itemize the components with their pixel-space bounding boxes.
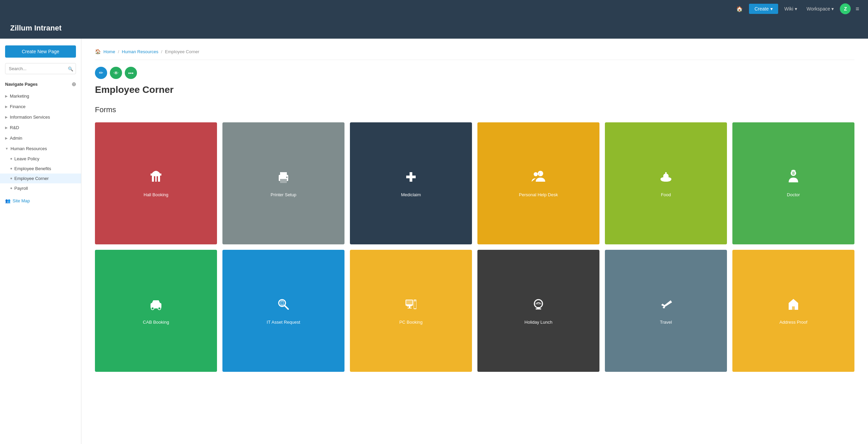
- form-card-address-proof[interactable]: Address Proof: [732, 250, 854, 372]
- search-input[interactable]: [5, 63, 76, 74]
- form-card-label: Address Proof: [780, 320, 807, 325]
- svg-rect-31: [407, 306, 412, 306]
- avatar[interactable]: Z: [840, 3, 851, 14]
- app-title: Zillum Intranet: [10, 24, 858, 33]
- workspace-arrow: ▾: [831, 6, 834, 12]
- form-card-label: PC Booking: [399, 320, 423, 325]
- sidebar-item-finance[interactable]: ▶ Finance: [0, 101, 81, 112]
- food-icon: [658, 169, 674, 188]
- personal-help-desk-icon: !: [530, 169, 547, 188]
- svg-rect-21: [155, 302, 157, 304]
- sidebar-subitem-employee-benefits[interactable]: • Employee Benefits: [0, 164, 81, 174]
- more-options-button[interactable]: •••: [125, 67, 137, 79]
- sidebar-item-admin[interactable]: ▶ Admin: [0, 133, 81, 143]
- svg-text:!: !: [539, 173, 540, 176]
- sidebar-item-label: Human Resources: [11, 146, 47, 151]
- form-card-holiday-lunch[interactable]: Holiday Lunch: [477, 250, 599, 372]
- form-card-it-asset-request[interactable]: IT Asset Request: [222, 250, 344, 372]
- sidebar-item-information-services[interactable]: ▶ Information Services: [0, 112, 81, 122]
- svg-point-8: [534, 172, 538, 176]
- breadcrumb-current: Employee Corner: [165, 49, 199, 54]
- site-map-label: Site Map: [13, 198, 30, 203]
- content-area: 🏠 Home / Human Resources / Employee Corn…: [81, 39, 868, 444]
- create-button[interactable]: Create ▾: [749, 4, 778, 14]
- svg-rect-39: [792, 306, 795, 310]
- form-card-travel[interactable]: Travel: [605, 250, 727, 372]
- printer-setup-icon: [275, 169, 292, 188]
- site-map-link[interactable]: 👥 Site Map: [0, 193, 81, 208]
- cab-booking-icon: [148, 296, 164, 316]
- page-title: Employee Corner: [95, 84, 854, 95]
- form-card-pc-booking[interactable]: PC Booking: [350, 250, 472, 372]
- home-button[interactable]: 🏠: [733, 4, 746, 14]
- form-card-label: Hall Booking: [144, 192, 169, 198]
- site-map-icon: 👥: [5, 198, 11, 203]
- app-header: Zillum Intranet: [0, 18, 868, 39]
- form-card-label: CAB Booking: [143, 320, 169, 325]
- page-actions: ✏ 👁 •••: [95, 67, 854, 79]
- edit-button[interactable]: ✏: [95, 67, 107, 79]
- svg-rect-1: [280, 172, 287, 176]
- sidebar-item-label: R&D: [10, 125, 19, 130]
- form-card-mediclaim[interactable]: Mediclaim: [350, 122, 472, 244]
- svg-rect-36: [536, 308, 541, 309]
- form-card-label: Printer Setup: [271, 192, 296, 198]
- sidebar-subitem-employee-corner[interactable]: • Employee Corner: [0, 174, 81, 183]
- form-card-cab-booking[interactable]: CAB Booking: [95, 250, 217, 372]
- workspace-button[interactable]: Workspace ▾: [803, 4, 837, 14]
- expand-arrow: ▶: [5, 136, 8, 140]
- sidebar-item-marketing[interactable]: ▶ Marketing: [0, 91, 81, 101]
- mediclaim-icon: [403, 169, 419, 188]
- form-card-printer-setup[interactable]: Printer Setup: [222, 122, 344, 244]
- it-asset-request-icon: [275, 296, 292, 316]
- sidebar-subitem-leave-policy[interactable]: • Leave Policy: [0, 154, 81, 164]
- search-icon: 🔍: [68, 66, 73, 71]
- expand-arrow: ▶: [5, 105, 8, 108]
- sidebar-item-label: Marketing: [10, 94, 29, 99]
- view-button[interactable]: 👁: [110, 67, 122, 79]
- forms-grid: Hall Booking Printer Setup: [95, 122, 854, 372]
- breadcrumb: 🏠 Home / Human Resources / Employee Corn…: [95, 49, 854, 60]
- nav-section-header: Navigate Pages ⊕: [0, 81, 81, 91]
- wiki-button[interactable]: Wiki ▾: [781, 4, 800, 14]
- form-card-label: Personal Help Desk: [519, 192, 558, 198]
- form-card-label: Holiday Lunch: [525, 320, 552, 325]
- collapse-arrow: ▼: [5, 147, 8, 150]
- wiki-arrow: ▾: [795, 6, 797, 12]
- svg-point-7: [538, 171, 543, 176]
- form-card-food[interactable]: Food: [605, 122, 727, 244]
- form-card-hall-booking[interactable]: Hall Booking: [95, 122, 217, 244]
- forms-section-title: Forms: [95, 105, 854, 114]
- add-nav-icon[interactable]: ⊕: [72, 81, 76, 87]
- sidebar-item-label: Information Services: [10, 115, 50, 120]
- hamburger-menu[interactable]: ≡: [853, 3, 861, 15]
- sidebar-create-button[interactable]: Create New Page: [5, 45, 76, 58]
- travel-icon: [658, 296, 674, 316]
- svg-rect-30: [406, 300, 412, 304]
- svg-rect-15: [792, 171, 795, 175]
- svg-point-37: [534, 302, 542, 305]
- form-card-personal-help-desk[interactable]: ! Personal Help Desk: [477, 122, 599, 244]
- form-card-label: IT Asset Request: [267, 320, 300, 325]
- workspace-label: Workspace: [807, 6, 830, 12]
- pc-booking-icon: [403, 296, 419, 316]
- wiki-label: Wiki: [784, 6, 793, 12]
- expand-arrow: ▶: [5, 126, 8, 129]
- form-card-label: Travel: [660, 320, 672, 325]
- breadcrumb-home[interactable]: Home: [103, 49, 115, 54]
- create-dropdown-arrow: ▾: [770, 6, 773, 12]
- sidebar-item-label: Admin: [10, 136, 22, 141]
- form-card-doctor[interactable]: Doctor: [732, 122, 854, 244]
- sidebar-subitem-label: Leave Policy: [14, 156, 39, 161]
- sidebar-item-rd[interactable]: ▶ R&D: [0, 122, 81, 133]
- form-card-label: Mediclaim: [401, 192, 421, 198]
- breadcrumb-parent[interactable]: Human Resources: [122, 49, 158, 54]
- sidebar-subitem-payroll[interactable]: • Payroll: [0, 183, 81, 193]
- address-proof-icon: [785, 296, 802, 316]
- expand-arrow: ▶: [5, 94, 8, 98]
- breadcrumb-separator: /: [118, 49, 119, 54]
- nav-section-title: Navigate Pages: [5, 82, 38, 87]
- sidebar-item-human-resources[interactable]: ▼ Human Resources: [0, 143, 81, 154]
- main-layout: Create New Page 🔍 Navigate Pages ⊕ ▶ Mar…: [0, 39, 868, 444]
- sidebar-item-label: Finance: [10, 104, 25, 109]
